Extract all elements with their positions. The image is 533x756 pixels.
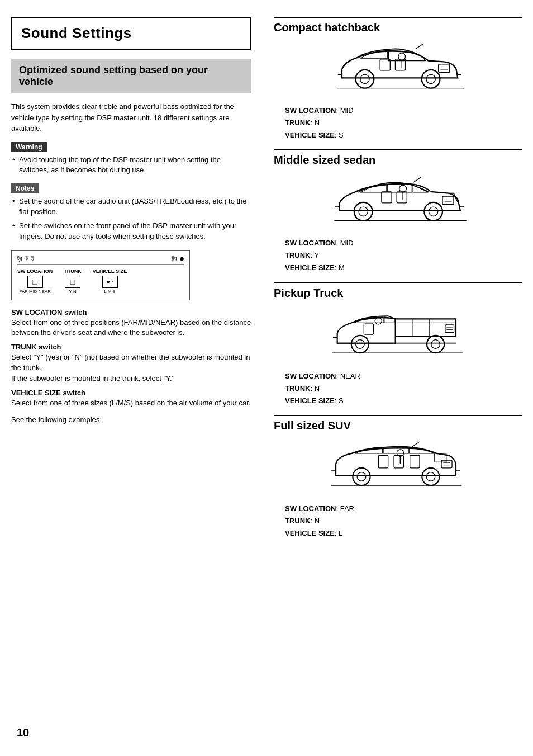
- trunk-group: TRUNK □ Y N: [64, 268, 82, 294]
- spec-trunk-suv: TRUNK: N: [285, 515, 522, 527]
- spec-vehicle-size-suv: VEHICLE SIZE: L: [285, 527, 522, 540]
- note-item-1: Set the sound of the car audio unit (BAS…: [11, 196, 251, 218]
- svg-rect-18: [382, 192, 392, 203]
- vehicle-image-suv: [320, 437, 476, 498]
- svg-point-14: [354, 202, 373, 221]
- page-number: 10: [17, 726, 29, 739]
- sw-location-group: SW LOCATION □ FAR MID NEAR: [17, 268, 53, 294]
- sw-location-section: SW LOCATION switch Select from one of th…: [11, 308, 251, 339]
- vehicle-image-compact: [320, 39, 476, 100]
- vehicle-middle-sedan: Middle sized sedan: [274, 149, 522, 274]
- warning-list: Avoid touching the top of the DSP master…: [11, 155, 251, 176]
- svg-point-44: [357, 472, 366, 481]
- svg-point-32: [356, 339, 365, 348]
- vehicle-size-box: ● ·: [102, 276, 118, 288]
- page: Sound Settings Optimized sound setting b…: [0, 0, 533, 756]
- divider-4: [274, 415, 522, 416]
- dsp-diagram: ট্র ট ট্ট ট্ট্র ● SW LOCATION □ FAR MID …: [11, 250, 190, 300]
- sw-location-icon: □: [32, 277, 37, 286]
- svg-point-33: [427, 335, 444, 352]
- pickup-svg: [325, 307, 470, 363]
- svg-rect-35: [364, 324, 373, 334]
- vehicle-pickup-truck: Pickup Truck: [274, 282, 522, 407]
- dsp-top-left: ট্র ট ট্ট: [17, 255, 34, 262]
- svg-rect-48: [394, 455, 403, 468]
- svg-point-45: [422, 468, 439, 485]
- divider-3: [274, 282, 522, 284]
- vehicle-image-pickup: [320, 304, 476, 366]
- svg-line-27: [413, 178, 421, 183]
- svg-point-39: [375, 317, 382, 324]
- sw-location-desc: Select from one of three positions (FAR/…: [11, 318, 251, 339]
- vehicle-compact-hatchback: Compact hatchback: [274, 17, 522, 141]
- vehicle-size-group: VEHICLE SIZE ● · L M S: [93, 268, 127, 294]
- hatchback-svg: [325, 41, 470, 97]
- svg-point-46: [426, 472, 435, 481]
- trunk-icon: □: [70, 277, 75, 286]
- trunk-desc: Select "Y" (yes) or "N" (no) based on wh…: [11, 352, 251, 384]
- trunk-options: Y N: [69, 289, 76, 294]
- left-column: Sound Settings Optimized sound setting b…: [11, 17, 263, 739]
- vehicle-size-options: L M S: [104, 289, 116, 294]
- divider-1: [274, 17, 522, 18]
- sw-location-label: SW LOCATION: [17, 268, 53, 274]
- warning-label: Warning: [11, 142, 47, 152]
- spec-trunk-sedan: TRUNK: Y: [285, 249, 522, 262]
- svg-rect-20: [442, 196, 454, 205]
- spec-vehicle-size-pickup: VEHICLE SIZE: S: [285, 395, 522, 407]
- dsp-top-right: ট্ট্র ●: [172, 255, 184, 262]
- body-text: This system provides clear treble and po…: [11, 101, 251, 134]
- svg-point-16: [424, 202, 442, 221]
- page-title: Sound Settings: [21, 25, 241, 42]
- see-following: See the following examples.: [11, 415, 251, 424]
- suv-svg: [325, 440, 470, 495]
- vehicle-full-suv: Full sized SUV: [274, 415, 522, 540]
- vehicle-specs-suv: SW LOCATION: FAR TRUNK: N VEHICLE SIZE: …: [285, 503, 522, 540]
- spec-sw-location-compact: SW LOCATION: MID: [285, 105, 522, 117]
- title-box: Sound Settings: [11, 17, 251, 50]
- sedan-svg: [325, 174, 470, 230]
- notes-label: Notes: [11, 183, 39, 193]
- spec-vehicle-size-sedan: VEHICLE SIZE: M: [285, 262, 522, 274]
- vehicle-title-compact: Compact hatchback: [274, 21, 522, 34]
- warning-item: Avoid touching the top of the DSP master…: [11, 155, 251, 176]
- vehicle-specs-sedan: SW LOCATION: MID TRUNK: Y VEHICLE SIZE: …: [285, 237, 522, 274]
- vehicle-size-label: VEHICLE SIZE: [93, 268, 127, 274]
- svg-point-34: [431, 339, 440, 348]
- spec-trunk-compact: TRUNK: N: [285, 117, 522, 129]
- svg-point-1: [360, 74, 369, 83]
- right-column: Compact hatchback: [263, 17, 522, 739]
- svg-rect-6: [439, 64, 450, 73]
- subtitle-box: Optimized sound setting based on your ve…: [11, 59, 251, 93]
- vehicle-specs-compact: SW LOCATION: MID TRUNK: N VEHICLE SIZE: …: [285, 105, 522, 141]
- vehicle-title-suv: Full sized SUV: [274, 419, 522, 432]
- subtitle: Optimized sound setting based on your ve…: [19, 64, 244, 88]
- vehicle-size-desc: Select from one of three sizes (L/M/S) b…: [11, 398, 251, 409]
- sw-location-heading: SW LOCATION switch: [11, 308, 251, 316]
- notes-box: Notes Set the sound of the car audio uni…: [11, 183, 251, 242]
- vehicle-specs-pickup: SW LOCATION: NEAR TRUNK: N VEHICLE SIZE:…: [285, 370, 522, 407]
- svg-point-2: [422, 70, 440, 88]
- svg-point-17: [429, 207, 437, 216]
- svg-rect-36: [445, 324, 454, 332]
- svg-line-13: [416, 44, 423, 49]
- vehicle-size-heading: VEHICLE SIZE switch: [11, 389, 251, 397]
- svg-point-26: [399, 185, 407, 192]
- spec-vehicle-size-compact: VEHICLE SIZE: S: [285, 129, 522, 141]
- vehicle-title-pickup: Pickup Truck: [274, 287, 522, 300]
- notes-list: Set the sound of the car audio unit (BAS…: [11, 196, 251, 242]
- spec-sw-location-suv: SW LOCATION: FAR: [285, 503, 522, 515]
- trunk-label: TRUNK: [64, 268, 82, 274]
- sw-location-options: FAR MID NEAR: [19, 289, 51, 294]
- dsp-top-row: ট্র ট ট্ট ট্ট্র ●: [17, 255, 184, 265]
- note-item-2: Set the switches on the front panel of t…: [11, 221, 251, 242]
- warning-box: Warning Avoid touching the top of the DS…: [11, 142, 251, 176]
- trunk-box: □: [65, 276, 80, 288]
- svg-line-57: [412, 442, 420, 447]
- svg-rect-50: [441, 460, 452, 468]
- svg-point-0: [356, 70, 374, 88]
- divider-2: [274, 149, 522, 150]
- spec-trunk-pickup: TRUNK: N: [285, 382, 522, 395]
- svg-rect-49: [410, 455, 420, 468]
- svg-point-31: [351, 335, 369, 352]
